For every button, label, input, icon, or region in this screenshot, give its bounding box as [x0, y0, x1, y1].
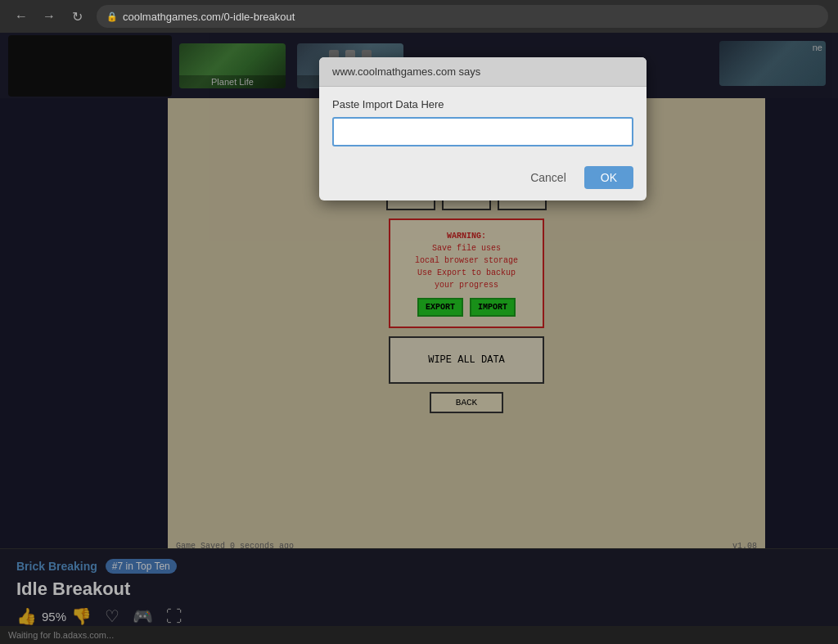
forward-button[interactable]: → [38, 5, 61, 28]
address-bar[interactable]: 🔒 coolmathgames.com/0-idle-breakout [97, 5, 828, 28]
dialog-buttons: Cancel OK [319, 158, 647, 200]
lock-icon: 🔒 [106, 11, 118, 22]
import-dialog: www.coolmathgames.com says Paste Import … [319, 57, 647, 200]
nav-buttons: ← → ↻ [10, 5, 88, 28]
url-text: coolmathgames.com/0-idle-breakout [123, 11, 295, 23]
page-content: Planet Life Three Goblets ne [0, 33, 838, 644]
browser-chrome: ← → ↻ 🔒 coolmathgames.com/0-idle-breakou… [0, 0, 838, 33]
dialog-body: Paste Import Data Here [319, 87, 647, 158]
back-button[interactable]: ← [10, 5, 33, 28]
ok-button[interactable]: OK [584, 166, 633, 189]
dialog-header: www.coolmathgames.com says [319, 57, 647, 87]
reload-button[interactable]: ↻ [65, 5, 88, 28]
import-data-input[interactable] [332, 117, 633, 146]
dialog-label: Paste Import Data Here [332, 98, 633, 110]
cancel-button[interactable]: Cancel [520, 166, 576, 189]
